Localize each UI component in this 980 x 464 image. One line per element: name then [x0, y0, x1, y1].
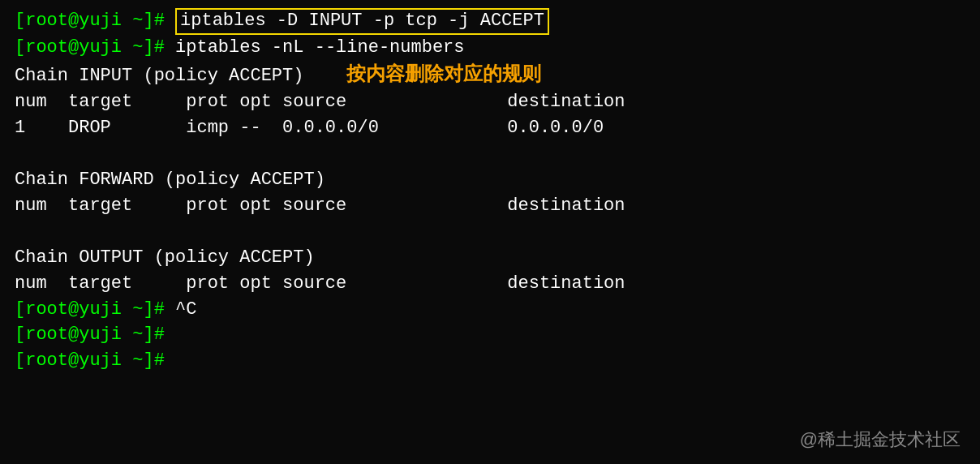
output-chain-input: Chain INPUT (policy ACCEPT) — [15, 63, 346, 89]
line-6-empty — [15, 141, 965, 167]
line-12: [root@yuji ~]# ^C — [15, 297, 965, 323]
prompt-13: [root@yuji ~]# — [15, 322, 175, 348]
line-9-empty — [15, 219, 965, 245]
output-chain-output: Chain OUTPUT (policy ACCEPT) — [15, 245, 315, 271]
line-14: [root@yuji ~]# — [15, 348, 965, 374]
prompt-2: [root@yuji ~]# — [15, 35, 175, 61]
line-5: 1 DROP icmp -- 0.0.0.0/0 0.0.0.0/0 — [15, 115, 965, 141]
command-ctrl-c: ^C — [175, 297, 196, 323]
output-chain-forward: Chain FORWARD (policy ACCEPT) — [15, 167, 325, 193]
terminal: [root@yuji ~]# iptables -D INPUT -p tcp … — [0, 0, 980, 464]
line-13: [root@yuji ~]# — [15, 322, 965, 348]
output-header-1: num target prot opt source destination — [15, 89, 625, 115]
watermark: @稀土掘金技术社区 — [800, 427, 961, 453]
output-header-3: num target prot opt source destination — [15, 271, 625, 297]
line-8: num target prot opt source destination — [15, 193, 965, 219]
output-header-2: num target prot opt source destination — [15, 193, 625, 219]
command-2: iptables -nL --line-numbers — [175, 35, 464, 61]
output-rule-1: 1 DROP icmp -- 0.0.0.0/0 0.0.0.0/0 — [15, 115, 604, 141]
annotation-text: 按内容删除对应的规则 — [346, 60, 541, 88]
line-2: [root@yuji ~]# iptables -nL --line-numbe… — [15, 35, 965, 61]
prompt-1: [root@yuji ~]# — [15, 8, 175, 34]
prompt-12: [root@yuji ~]# — [15, 297, 175, 323]
line-3: Chain INPUT (policy ACCEPT) 按内容删除对应的规则 — [15, 60, 965, 89]
line-11: num target prot opt source destination — [15, 271, 965, 297]
prompt-14: [root@yuji ~]# — [15, 348, 175, 374]
line-7: Chain FORWARD (policy ACCEPT) — [15, 167, 965, 193]
line-1: [root@yuji ~]# iptables -D INPUT -p tcp … — [15, 8, 965, 35]
highlighted-command: iptables -D INPUT -p tcp -j ACCEPT — [175, 8, 549, 35]
line-4: num target prot opt source destination — [15, 89, 965, 115]
line-10: Chain OUTPUT (policy ACCEPT) — [15, 245, 965, 271]
